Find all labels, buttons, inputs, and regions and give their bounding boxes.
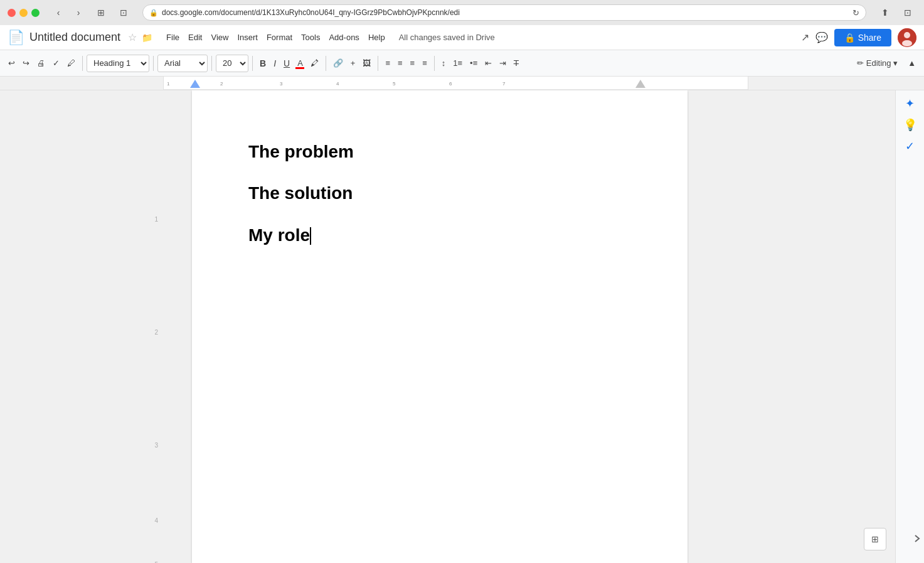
style-selector[interactable]: Heading 1 Normal text Heading 2: [87, 55, 149, 72]
print-button[interactable]: 🖨: [34, 56, 48, 70]
minimize-button[interactable]: [19, 9, 28, 17]
expand-panel-button[interactable]: [911, 529, 924, 550]
svg-marker-12: [635, 80, 645, 88]
align-left-button[interactable]: ≡: [382, 56, 393, 70]
italic-button[interactable]: I: [270, 56, 279, 71]
svg-text:5: 5: [393, 81, 396, 87]
titlebar: ‹ › ⊞ ⊡ 🔒 docs.google.com/document/d/1K1…: [0, 0, 924, 25]
page-number-1: 1: [154, 216, 158, 223]
bottom-right-area: ⊞: [864, 528, 886, 550]
bulleted-list-button[interactable]: •≡: [467, 56, 481, 70]
separator-1: [82, 56, 83, 71]
traffic-lights: [8, 9, 40, 17]
new-tab-button[interactable]: ⊡: [115, 6, 132, 19]
svg-text:1: 1: [167, 81, 170, 87]
help-menu[interactable]: Help: [364, 30, 389, 45]
address-bar[interactable]: 🔒 docs.google.com/document/d/1K13XuRyhc0…: [142, 4, 866, 21]
svg-text:4: 4: [336, 81, 339, 87]
titlebar-actions: ⬆ ⊡: [876, 6, 916, 19]
ruler: 1 2 3 4 5 6 7: [0, 77, 924, 90]
star-button[interactable]: ☆: [128, 31, 137, 43]
heading-3[interactable]: My role: [248, 224, 631, 247]
bold-button[interactable]: B: [257, 56, 269, 71]
right-panel: ✦ 💡 ✓: [895, 90, 924, 563]
font-size-selector[interactable]: 20 12 14 16 18 24: [216, 55, 248, 72]
docs-icon: 📄: [8, 29, 24, 46]
svg-text:2: 2: [220, 81, 223, 87]
folder-button[interactable]: 📁: [142, 33, 152, 43]
separator-2: [153, 56, 154, 71]
svg-point-2: [902, 40, 912, 46]
redo-button[interactable]: ↪: [19, 56, 33, 70]
text-color-button[interactable]: A: [294, 56, 306, 70]
insert-image-button[interactable]: 🖼: [359, 56, 374, 70]
menu-bar: File Edit View Insert Format Tools Add-o…: [162, 30, 389, 45]
heading-2[interactable]: The solution: [248, 182, 631, 205]
document-title[interactable]: Untitled document: [29, 31, 120, 44]
indent-increase-button[interactable]: ⇥: [496, 56, 509, 70]
review-panel-icon[interactable]: ✓: [905, 139, 915, 153]
svg-text:3: 3: [280, 81, 283, 87]
svg-text:7: 7: [502, 81, 506, 87]
sidebar-toggle-button[interactable]: ⊞: [92, 6, 110, 19]
close-button[interactable]: [8, 9, 16, 17]
document-area[interactable]: The problem The solution My role: [163, 90, 716, 563]
page-number-4: 4: [154, 517, 158, 524]
url-text: docs.google.com/document/d/1K13XuRyhc0no…: [162, 8, 849, 17]
avatar[interactable]: [898, 28, 916, 47]
align-right-button[interactable]: ≡: [407, 56, 418, 70]
paint-format-button[interactable]: 🖊: [64, 56, 78, 70]
page[interactable]: The problem The solution My role: [192, 90, 688, 563]
gemini-icon[interactable]: ✦: [905, 97, 915, 110]
highlight-button[interactable]: 🖍: [307, 56, 322, 70]
text-cursor: [310, 227, 311, 245]
main-layout: 1 2 3 4 5 The problem The solution My ro…: [0, 90, 924, 563]
right-margin: [716, 90, 895, 563]
spellcheck-button[interactable]: ✓: [50, 56, 63, 70]
back-button[interactable]: ‹: [50, 6, 67, 19]
edit-menu[interactable]: Edit: [184, 30, 206, 45]
separator-3: [211, 56, 212, 71]
format-menu[interactable]: Format: [263, 30, 296, 45]
forward-button[interactable]: ›: [70, 6, 87, 19]
underline-button[interactable]: U: [280, 56, 293, 71]
comments-panel-icon[interactable]: 💡: [903, 118, 917, 132]
appbar-right: ↗ 💬 🔒 Share: [801, 28, 916, 47]
undo-button[interactable]: ↩: [5, 56, 18, 70]
edit-mode-button[interactable]: ✏ Editing ▾: [854, 56, 901, 70]
save-status: All changes saved in Drive: [399, 33, 495, 42]
comment-button[interactable]: 💬: [815, 31, 828, 43]
separator-7: [434, 56, 435, 71]
left-margin: 1 2 3 4 5: [0, 90, 163, 563]
numbered-list-button[interactable]: 1≡: [450, 56, 465, 70]
font-selector[interactable]: Arial Times New Roman: [157, 55, 208, 72]
link-button[interactable]: 🔗: [330, 56, 346, 70]
tools-menu[interactable]: Tools: [297, 30, 324, 45]
ruler-right: [748, 77, 924, 90]
addons-menu[interactable]: Add-ons: [325, 30, 363, 45]
maximize-button[interactable]: [31, 9, 40, 17]
appbar: 📄 Untitled document ☆ 📁 File Edit View I…: [0, 25, 924, 50]
insert-menu[interactable]: Insert: [233, 30, 262, 45]
separator-6: [378, 56, 378, 71]
indent-decrease-button[interactable]: ⇤: [482, 56, 495, 70]
line-spacing-button[interactable]: ↕: [438, 56, 449, 70]
justify-button[interactable]: ≡: [419, 56, 430, 70]
share-screen-button[interactable]: ⬆: [876, 6, 894, 19]
heading-1[interactable]: The problem: [248, 141, 631, 163]
lock-icon: 🔒: [149, 9, 158, 17]
align-center-button[interactable]: ≡: [395, 56, 406, 70]
activity-button[interactable]: ↗: [801, 31, 809, 43]
clear-formatting-button[interactable]: T̶: [511, 56, 522, 70]
file-menu[interactable]: File: [162, 30, 183, 45]
page-number-3: 3: [154, 442, 158, 449]
window-controls-button[interactable]: ⊡: [899, 6, 916, 19]
ruler-main: 1 2 3 4 5 6 7: [163, 77, 748, 90]
view-menu[interactable]: View: [207, 30, 232, 45]
share-label: Share: [858, 33, 881, 43]
insert-comment-button[interactable]: +: [348, 56, 359, 70]
refresh-button[interactable]: ↻: [852, 8, 859, 18]
collapse-toolbar-button[interactable]: ▲: [905, 56, 919, 70]
smart-compose-button[interactable]: ⊞: [864, 528, 886, 550]
share-button[interactable]: 🔒 Share: [834, 29, 891, 46]
